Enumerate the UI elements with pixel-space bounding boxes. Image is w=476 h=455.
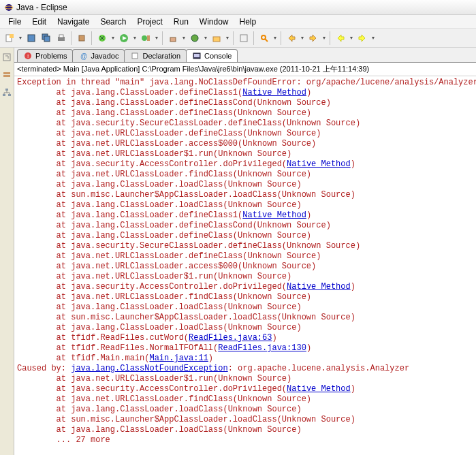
- dropdown-icon[interactable]: ▼: [225, 31, 230, 45]
- separator: [91, 31, 93, 45]
- line: ... 27 more: [17, 435, 110, 445]
- dropdown-icon[interactable]: ▼: [370, 31, 376, 45]
- menu-window[interactable]: Window: [194, 16, 234, 28]
- build-button[interactable]: [75, 31, 89, 45]
- line: at java.net.URLClassLoader.findClass(Unk…: [17, 292, 311, 302]
- annotate-prev-button[interactable]: [285, 31, 298, 45]
- line: at tfidf.ReadFiles.NormalTFOfAll(: [17, 343, 218, 353]
- line: at java.lang.ClassLoader.defineClassCond…: [17, 98, 331, 108]
- new-class-button[interactable]: [188, 31, 202, 45]
- tab-problems[interactable]: !Problems: [17, 49, 73, 62]
- tab-label: Problems: [35, 52, 67, 60]
- back-button[interactable]: [334, 31, 347, 45]
- print-button[interactable]: [54, 31, 68, 45]
- separator: [162, 31, 163, 45]
- line: at tfidf.ReadFiles.cutWord(: [17, 333, 189, 343]
- open-type-button[interactable]: [237, 31, 251, 45]
- console-icon: [192, 51, 202, 61]
- menu-project[interactable]: Project: [131, 16, 168, 28]
- separator: [233, 31, 234, 45]
- view-tabs: !Problems @Javadoc Declaration Console: [14, 48, 476, 63]
- window-title: Java - Eclipse: [16, 3, 67, 12]
- search-button[interactable]: [257, 31, 271, 45]
- svg-rect-17: [240, 35, 247, 42]
- declaration-icon: [130, 51, 140, 61]
- dropdown-icon[interactable]: ▼: [132, 31, 138, 45]
- tab-console[interactable]: Console: [186, 49, 238, 62]
- dropdown-icon[interactable]: ▼: [203, 31, 208, 45]
- svg-rect-3: [10, 34, 14, 38]
- menu-navigate[interactable]: Navigate: [52, 16, 95, 28]
- dropdown-icon[interactable]: ▼: [154, 31, 159, 45]
- svg-rect-6: [44, 36, 50, 42]
- new-package-button[interactable]: [166, 31, 180, 45]
- svg-rect-25: [8, 94, 11, 96]
- eclipse-icon: [4, 3, 14, 12]
- dropdown-icon[interactable]: ▼: [321, 31, 327, 45]
- tab-label: Javadoc: [91, 52, 118, 60]
- native-method-link[interactable]: Native Method: [242, 210, 306, 220]
- line: at java.lang.ClassLoader.loadClass(Unkno…: [17, 302, 302, 312]
- line: at java.lang.ClassLoader.loadClass(Unkno…: [17, 200, 302, 210]
- dropdown-icon[interactable]: ▼: [110, 31, 116, 45]
- toolbar: ▼ ▼ ▼ ▼ ▼ ▼ ▼ ▼ ▼ ▼ ▼ ▼: [0, 29, 476, 48]
- line: at java.net.URLClassLoader.defineClass(U…: [17, 129, 321, 138]
- svg-rect-22: [3, 75, 10, 77]
- line: Exception in thread "main" java.lang.NoC…: [17, 78, 476, 87]
- menu-file[interactable]: File: [3, 16, 27, 28]
- tab-label: Console: [204, 52, 232, 60]
- line: at java.security.SecureClassLoader.defin…: [17, 241, 360, 251]
- line: at java.net.URLClassLoader$1.run(Unknown…: [17, 272, 291, 281]
- save-all-button[interactable]: [39, 31, 53, 45]
- source-link[interactable]: ReadFiles.java:130: [218, 343, 306, 353]
- svg-rect-9: [79, 35, 84, 41]
- package-explorer-icon[interactable]: [0, 68, 14, 82]
- console-output[interactable]: Exception in thread "main" java.lang.NoC…: [14, 76, 476, 455]
- debug-button[interactable]: [95, 31, 109, 45]
- svg-rect-33: [132, 53, 138, 59]
- native-method-link[interactable]: Native Method: [287, 282, 351, 292]
- line: at java.net.URLClassLoader$1.run(Unknown…: [17, 374, 291, 383]
- native-method-link[interactable]: Native Method: [287, 159, 351, 169]
- run-button[interactable]: [117, 31, 131, 45]
- line: at java.net.URLClassLoader.findClass(Unk…: [17, 394, 311, 404]
- line: at sun.misc.Launcher$AppClassLoader.load…: [17, 313, 355, 322]
- forward-button[interactable]: [355, 31, 369, 45]
- tab-javadoc[interactable]: @Javadoc: [72, 49, 125, 62]
- hierarchy-icon[interactable]: [0, 86, 14, 99]
- line: at java.net.URLClassLoader.access$000(Un…: [17, 262, 316, 271]
- dropdown-icon[interactable]: ▼: [181, 31, 187, 45]
- run-last-button[interactable]: [139, 31, 153, 45]
- save-button[interactable]: [25, 31, 38, 45]
- separator: [281, 31, 282, 45]
- line: at java.security.AccessController.doPriv…: [17, 384, 287, 394]
- svg-text:!: !: [27, 53, 29, 59]
- line: at java.lang.ClassLoader.loadClass(Unkno…: [17, 405, 302, 414]
- line: at java.security.SecureClassLoader.defin…: [17, 119, 360, 128]
- annotate-next-button[interactable]: [306, 31, 320, 45]
- new-button[interactable]: [3, 31, 16, 45]
- source-link[interactable]: ReadFiles.java:63: [189, 333, 272, 343]
- exception-link[interactable]: java.lang.ClassNotFoundException: [71, 364, 227, 373]
- dropdown-icon[interactable]: ▼: [272, 31, 278, 45]
- problems-icon: !: [23, 51, 33, 61]
- javadoc-icon: @: [78, 51, 88, 61]
- dropdown-icon[interactable]: ▼: [18, 31, 23, 45]
- dropdown-icon[interactable]: ▼: [349, 31, 354, 45]
- native-method-link[interactable]: Native Method: [242, 88, 306, 97]
- line: at java.lang.ClassLoader.loadClass(Unkno…: [17, 180, 302, 189]
- source-link[interactable]: Main.java:11: [149, 354, 208, 363]
- svg-rect-14: [170, 37, 176, 42]
- menu-edit[interactable]: Edit: [27, 16, 52, 28]
- svg-point-12: [142, 35, 147, 41]
- menu-run[interactable]: Run: [168, 16, 194, 28]
- tab-declaration[interactable]: Declaration: [124, 49, 187, 62]
- native-method-link[interactable]: Native Method: [287, 384, 351, 394]
- restore-icon[interactable]: [0, 50, 14, 64]
- menu-help[interactable]: Help: [234, 16, 262, 28]
- svg-rect-8: [59, 35, 63, 37]
- menu-search[interactable]: Search: [95, 16, 131, 28]
- new-folder-button[interactable]: [210, 31, 223, 45]
- dropdown-icon[interactable]: ▼: [300, 31, 305, 45]
- separator: [253, 31, 255, 45]
